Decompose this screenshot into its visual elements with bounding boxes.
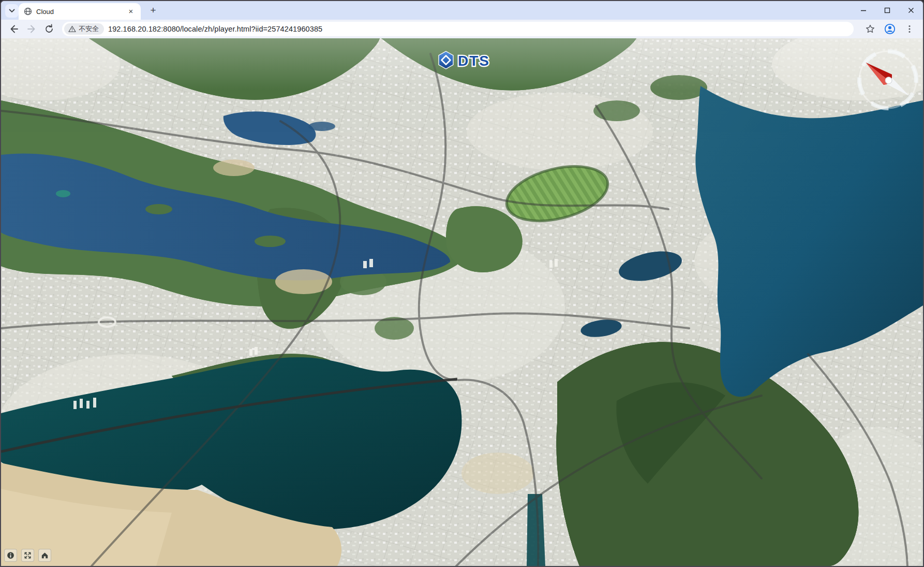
profile-button[interactable] [883,22,897,36]
security-chip[interactable]: 不安全 [64,23,104,35]
url-bar[interactable]: 不安全 192.168.20.182:8080/locale/zh/player… [62,22,854,36]
close-icon [908,7,914,13]
minimize-button[interactable] [852,1,875,20]
back-button[interactable] [6,21,22,37]
forward-button[interactable] [24,21,39,37]
bookmark-button[interactable] [863,22,877,36]
tab-search-button[interactable] [5,4,19,18]
tab-close-icon[interactable]: × [126,7,136,16]
minimize-icon [860,7,867,13]
info-button[interactable] [4,549,17,562]
info-icon [6,551,15,560]
profile-icon [884,23,896,35]
menu-kebab-icon [905,24,914,34]
chevron-down-icon [9,9,15,13]
close-window-button[interactable] [899,1,923,20]
map-controls [4,549,51,562]
fullscreen-button[interactable] [21,549,34,562]
warning-icon [68,25,76,33]
home-icon [40,551,49,560]
forward-icon [26,24,37,34]
browser-tab-cloud[interactable]: Cloud × [19,3,141,20]
browser-window: Cloud × + [0,0,924,567]
compass-needle [861,57,913,102]
tab-title: Cloud [36,8,126,16]
reload-icon [44,24,54,34]
security-label: 不安全 [79,24,99,34]
logo-text: DTS [458,53,490,69]
back-icon [9,24,19,34]
browser-toolbar: 不安全 192.168.20.182:8080/locale/zh/player… [1,20,923,38]
maximize-button[interactable] [875,1,899,20]
map-viewport[interactable]: DTS [1,38,923,566]
app-logo: DTS [436,50,497,71]
satellite-map [1,38,923,566]
maximize-icon [884,7,890,13]
url-text: 192.168.20.182:8080/locale/zh/player.htm… [108,25,322,33]
home-button[interactable] [38,549,51,562]
reload-button[interactable] [41,21,57,37]
tab-strip: Cloud × + [1,1,923,20]
window-controls [852,1,923,20]
globe-icon [24,7,32,16]
dts-hexagon-icon [439,51,453,69]
new-tab-button[interactable]: + [146,4,160,17]
fullscreen-icon [23,551,32,560]
bookmark-star-icon [865,24,875,34]
menu-button[interactable] [902,22,917,36]
compass[interactable] [856,48,920,112]
